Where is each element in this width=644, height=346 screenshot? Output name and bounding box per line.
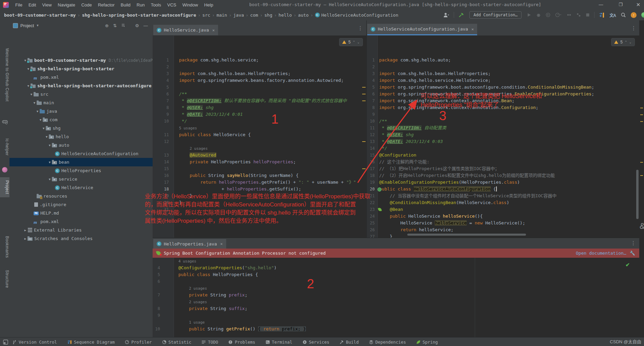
code-line[interactable]: 8 private String suffix; — [153, 305, 639, 312]
code-editor-bottom[interactable]: 4 usages4@ConfigurationProperties("shg.h… — [153, 258, 639, 332]
code-line[interactable]: 12 * @USER: shg — [367, 131, 640, 138]
code-line[interactable]: 14 */ — [367, 145, 640, 152]
tree-item-resources[interactable]: resources — [9, 192, 153, 200]
plugin-status-icon[interactable] — [641, 12, 644, 18]
coverage-icon[interactable] — [576, 13, 581, 17]
code-line[interactable]: 10/** — [367, 118, 640, 125]
bean-gutter-icon[interactable] — [377, 187, 382, 192]
statusbar-item-version-control[interactable]: Version Control — [12, 340, 57, 345]
breadcrumb-item-hello[interactable]: hello — [278, 13, 292, 18]
menu-navigate[interactable]: Navigate — [55, 2, 78, 7]
code-line[interactable]: 22 @ConditionalOnMissingBean(HelloServic… — [367, 199, 640, 206]
breadcrumb-item-boot-09-customer-starter-my[interactable]: boot-09-customer-starter-my — [4, 13, 76, 18]
code-line[interactable]: 12 — [153, 138, 366, 145]
tree-item-src[interactable]: ▼src — [9, 90, 153, 98]
toolwindow-copilot-welcome[interactable]: Welcome to GitHub Copilot — [0, 48, 9, 102]
update-available-icon[interactable]: ↑ — [631, 12, 637, 18]
code-line[interactable]: 6 — [153, 278, 639, 285]
tree-item-external-libraries[interactable]: ▶External Libraries — [9, 226, 153, 234]
code-line[interactable]: 3import com.shg.hello.bean.HelloProperti… — [153, 70, 366, 77]
run-icon[interactable] — [527, 13, 531, 17]
toolwindow-structure-tab[interactable]: Structure — [0, 270, 9, 288]
statusbar-item-services[interactable]: Services — [303, 340, 329, 345]
toolwindow-project-tab[interactable]: Project — [0, 177, 9, 197]
breadcrumb-item-src[interactable]: src — [202, 13, 210, 18]
code-line[interactable]: 26 return helloService; — [367, 226, 640, 233]
next-warning-icon[interactable]: ⌃ — [629, 40, 632, 44]
tree-collapsed-arrow-icon[interactable]: ▶ — [23, 229, 27, 232]
tree-item-scratches-and-consoles[interactable]: ▶Scratches and Consoles — [9, 234, 153, 243]
code-line[interactable]: 16// 这个注解的两个功能: — [367, 159, 640, 165]
tree-item-helloserviceautoconfiguration[interactable]: CHelloServiceAutoConfiguration — [9, 149, 153, 158]
maximize-button[interactable]: ❐ — [615, 0, 626, 10]
code-line[interactable]: 4import org.springframework.beans.factor… — [153, 77, 366, 84]
tree-expanded-arrow-icon[interactable]: ▼ — [35, 110, 40, 113]
debug-icon[interactable] — [536, 13, 541, 17]
code-line[interactable]: 1package com.shg.hello.auto; — [367, 57, 640, 63]
tree-expanded-arrow-icon[interactable]: ▼ — [29, 93, 34, 96]
menu-edit[interactable]: Edit — [25, 2, 39, 7]
locate-file-icon[interactable]: ⊕ — [105, 23, 109, 28]
minimize-button[interactable]: — — [595, 0, 607, 10]
breadcrumb-item-helloserviceautoconfiguration[interactable]: HelloServiceAutoConfiguration — [321, 13, 398, 18]
code-line[interactable]: 13 @Autowired — [153, 152, 366, 159]
breadcrumb-item-shg-hello-spring-boot-starter-autoconfigure[interactable]: shg-hello-spring-boot-starter-autoconfig… — [82, 13, 196, 18]
tab-options-kebab-icon[interactable]: ⋮ — [358, 25, 363, 31]
breadcrumb-item-main[interactable]: main — [216, 13, 227, 18]
code-line[interactable]: 15 — [153, 165, 366, 172]
run-with-coverage-icon[interactable] — [546, 13, 550, 17]
tree-item-bean[interactable]: ▼bean — [9, 158, 153, 166]
code-line[interactable]: 21 // 当容器中没有这个组件时才自动装配一个HelloService类型的组… — [367, 193, 640, 199]
tree-item-helloservice[interactable]: CHelloService — [9, 183, 153, 192]
code-line[interactable]: 17 return helloProperties.getPrefix() + … — [153, 179, 366, 186]
statusbar-item-problems[interactable]: Problems — [228, 340, 255, 345]
breadcrumb-item-com[interactable]: com — [250, 13, 258, 18]
code-editor-left[interactable]: 1package com.shg.hello.service;23import … — [153, 57, 366, 213]
statusbar-item-build[interactable]: Build — [339, 340, 359, 345]
menu-refactor[interactable]: Refactor — [95, 2, 118, 7]
tree-item-help-md[interactable]: MDHELP.md — [9, 209, 153, 217]
tree-item-helloproperties[interactable]: CHelloProperties — [9, 166, 153, 175]
hide-panel-icon[interactable]: — — [143, 23, 148, 28]
statusbar-item-sequence-diagram[interactable]: Sequence Diagram — [67, 340, 115, 345]
ai-plugin-icon[interactable] — [2, 167, 7, 172]
user-account-icon[interactable] — [443, 12, 449, 18]
statusbar-item-profiler[interactable]: Profiler — [125, 340, 152, 345]
toolwindow-switcher-icon[interactable] — [3, 340, 8, 345]
menu-vcs[interactable]: VCS — [164, 2, 179, 7]
code-line[interactable]: 2 usages — [153, 298, 639, 305]
code-line[interactable]: 4import com.shg.hello.service.HelloServi… — [367, 77, 640, 84]
code-line[interactable]: 2 — [153, 63, 366, 70]
menu-run[interactable]: Run — [134, 2, 148, 7]
tree-expanded-arrow-icon[interactable]: ▼ — [38, 118, 43, 122]
tree-item-pom-xml[interactable]: mpom.xml — [9, 73, 153, 81]
code-line[interactable]: 9 — [367, 111, 640, 118]
profiler-run-icon[interactable] — [555, 13, 562, 17]
tree-item--gitignore[interactable]: .gitignore — [9, 200, 153, 209]
toolwindow-lc-helper[interactable]: lc-helper — [0, 139, 9, 156]
next-warning-icon[interactable]: ⌃ — [357, 40, 360, 44]
code-line[interactable]: 5import org.springframework.boot.autocon… — [367, 84, 640, 91]
sequence-diagram-icon[interactable] — [599, 12, 605, 18]
code-line[interactable]: 9 * @DATE: 2023/12/4 0:01 — [153, 111, 366, 118]
tree-expanded-arrow-icon[interactable]: ▼ — [47, 178, 52, 181]
code-line[interactable]: 17// （1）把HelloProperties这个属性类放到IOC容器中； — [367, 165, 640, 172]
breadcrumb-item-auto[interactable]: auto — [298, 13, 309, 18]
translate-icon[interactable]: 文A — [609, 12, 616, 18]
code-line[interactable]: 7 private String prefix; — [153, 292, 639, 298]
tree-item-service[interactable]: ▼service — [9, 175, 153, 183]
inspections-widget-right[interactable]: 5 ⌃ ⌃ — [611, 38, 635, 46]
tree-item-pom-xml[interactable]: mpom.xml — [9, 217, 153, 226]
tab-helloserviceautoconfiguration-java[interactable]: C HelloServiceAutoConfiguration.java ✕ — [367, 24, 477, 35]
code-line[interactable]: 18 + helloProperties.getSuffix(); — [153, 186, 366, 193]
menu-help[interactable]: Help — [201, 2, 216, 7]
code-line[interactable]: 8 * @USER: shg — [153, 104, 366, 111]
code-line[interactable]: 5 usages — [153, 125, 366, 131]
code-line[interactable]: 1package com.shg.hello.service; — [153, 57, 366, 63]
stop-icon[interactable] — [586, 13, 590, 17]
menu-tools[interactable]: Tools — [148, 2, 164, 7]
code-line[interactable]: 7 * @DESCRIPTION: 默认不要放在容器中，而是采用 "自动配置"的… — [153, 97, 366, 104]
close-tab-icon[interactable]: ✕ — [212, 28, 215, 33]
code-line[interactable]: 4 usages — [153, 258, 639, 265]
horizontal-scrollbar[interactable] — [407, 234, 526, 236]
